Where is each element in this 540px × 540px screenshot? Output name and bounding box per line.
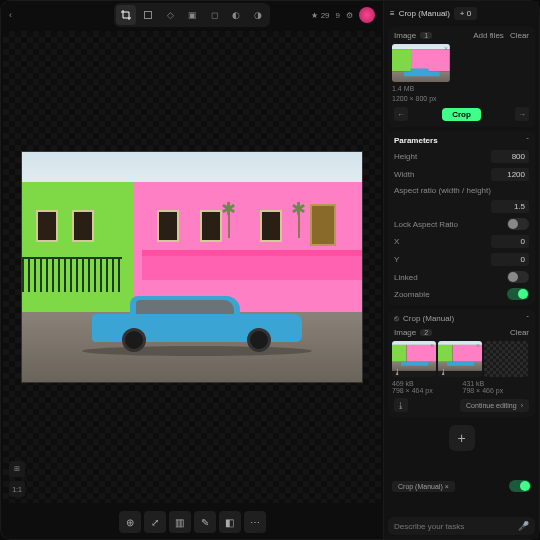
- result-image-count: 2: [420, 329, 432, 336]
- r2-dim: 798 × 466 px: [463, 387, 532, 394]
- prompt-toggle[interactable]: [509, 480, 531, 492]
- canvas-leftbar: ⊞ 1:1: [9, 461, 25, 497]
- params-section: Parametersˆ Height Width Aspect ratio (w…: [388, 131, 535, 305]
- clear-button[interactable]: Clear: [510, 31, 529, 40]
- btool-5[interactable]: ⋯: [244, 511, 266, 533]
- menu-icon[interactable]: ≡: [390, 9, 395, 18]
- btool-1[interactable]: ⤢: [144, 511, 166, 533]
- side-panel: ≡ Crop (Manual) + 0 Image1 Add filesClea…: [383, 1, 539, 539]
- image-label: Image: [394, 31, 416, 40]
- collapse-icon-2[interactable]: ˆ: [526, 314, 529, 323]
- tool-flip-h[interactable]: ◐: [226, 5, 246, 25]
- result-title: Crop (Manual): [403, 314, 454, 323]
- collapse-icon[interactable]: ˆ: [526, 136, 529, 145]
- avatar[interactable]: [359, 7, 375, 23]
- topbar: ‹ ◇ ▣ ◻ ◐ ◑ ★ 29 9 ⚙: [1, 1, 383, 29]
- close-icon[interactable]: ×: [476, 342, 480, 349]
- btool-4[interactable]: ◧: [219, 511, 241, 533]
- aspect-input[interactable]: [491, 200, 529, 213]
- tool-sq1[interactable]: ▣: [182, 5, 202, 25]
- btool-0[interactable]: ⊕: [119, 511, 141, 533]
- result-thumb-2[interactable]: ⭳×: [438, 341, 482, 377]
- r1-size: 469 kB: [392, 380, 461, 387]
- y-label: Y: [394, 255, 399, 264]
- height-label: Height: [394, 152, 417, 161]
- height-input[interactable]: [491, 150, 529, 163]
- image-preview[interactable]: [22, 152, 362, 382]
- topbar-right: ★ 29 9 ⚙: [311, 7, 375, 23]
- tool-flip-v[interactable]: ◑: [248, 5, 268, 25]
- download-icon[interactable]: ⭳: [440, 368, 447, 375]
- zoom-fit-button[interactable]: ⊞: [9, 461, 25, 477]
- linked-toggle[interactable]: [507, 271, 529, 283]
- x-label: X: [394, 237, 399, 246]
- app-root: ‹ ◇ ▣ ◻ ◐ ◑ ★ 29 9 ⚙: [0, 0, 540, 540]
- width-input[interactable]: [491, 168, 529, 181]
- btool-3[interactable]: ✎: [194, 511, 216, 533]
- tool-expand[interactable]: [138, 5, 158, 25]
- download-icon[interactable]: ⭳: [394, 368, 401, 375]
- mic-icon[interactable]: 🎤: [518, 521, 529, 531]
- prompt-chip[interactable]: Crop (Manual) ×: [392, 481, 455, 492]
- prompt-input[interactable]: [394, 522, 518, 531]
- continue-editing-button[interactable]: Continue editing›: [460, 399, 529, 412]
- plus-num: 9: [336, 11, 340, 20]
- next-step-button[interactable]: →: [515, 107, 529, 121]
- prev-step-button[interactable]: ←: [394, 107, 408, 121]
- thumb-remove-icon[interactable]: ×: [444, 45, 448, 52]
- result-thumb-empty[interactable]: [484, 341, 528, 377]
- width-label: Width: [394, 170, 414, 179]
- result-image-label: Image: [394, 328, 416, 337]
- r2-size: 431 kB: [463, 380, 532, 387]
- panel-plusmode[interactable]: + 0: [454, 7, 477, 20]
- canvas[interactable]: ⊞ 1:1: [3, 31, 381, 503]
- tool-diamond[interactable]: ◇: [160, 5, 180, 25]
- crop-button[interactable]: Crop: [442, 108, 481, 121]
- result-clear-button[interactable]: Clear: [510, 328, 529, 337]
- add-step-button[interactable]: +: [449, 425, 475, 451]
- thumb-size: 1.4 MB: [392, 85, 531, 92]
- zoom-label: Zoomable: [394, 290, 430, 299]
- x-input[interactable]: [491, 235, 529, 248]
- input-section: Image1 Add filesClear × 1.4 MB 1200 × 80…: [388, 26, 535, 127]
- params-title: Parameters: [394, 136, 438, 145]
- result-thumb-1[interactable]: ⭳×: [392, 341, 436, 377]
- bottom-toolbar: ⊕ ⤢ ▥ ✎ ◧ ⋯: [1, 505, 383, 539]
- thumb-dim: 1200 × 800 px: [392, 95, 531, 102]
- image-count: 1: [420, 32, 432, 39]
- download-all-button[interactable]: ⭳: [394, 398, 408, 412]
- linked-label: Linked: [394, 273, 418, 282]
- link-icon: ⎋: [394, 314, 399, 323]
- back-button[interactable]: ‹: [9, 10, 12, 20]
- result-section: ⎋Crop (Manual)ˆ Image2Clear ⭳× ⭳× 469 kB…: [388, 309, 535, 417]
- rating: ★ 29: [311, 11, 329, 20]
- lock-label: Lock Aspect Ratio: [394, 220, 458, 229]
- btool-2[interactable]: ▥: [169, 511, 191, 533]
- left-pane: ‹ ◇ ▣ ◻ ◐ ◑ ★ 29 9 ⚙: [1, 1, 383, 539]
- r1-dim: 798 × 464 px: [392, 387, 461, 394]
- zoom-toggle[interactable]: [507, 288, 529, 300]
- y-input[interactable]: [491, 253, 529, 266]
- tool-sq2[interactable]: ◻: [204, 5, 224, 25]
- panel-title: Crop (Manual): [399, 9, 450, 18]
- aspect-label: Aspect ratio (width / height): [394, 186, 491, 195]
- top-tool-group: ◇ ▣ ◻ ◐ ◑: [114, 3, 270, 27]
- settings-icon[interactable]: ⚙: [346, 11, 353, 20]
- zoom-1to1-button[interactable]: 1:1: [9, 481, 25, 497]
- tool-crop[interactable]: [116, 5, 136, 25]
- input-thumb[interactable]: ×: [392, 44, 450, 82]
- lock-toggle[interactable]: [507, 218, 529, 230]
- add-files-button[interactable]: Add files: [473, 31, 504, 40]
- panel-header: ≡ Crop (Manual) + 0: [388, 5, 535, 22]
- prompt-bar: 🎤: [388, 517, 535, 535]
- svg-rect-0: [145, 12, 152, 19]
- close-icon[interactable]: ×: [430, 342, 434, 349]
